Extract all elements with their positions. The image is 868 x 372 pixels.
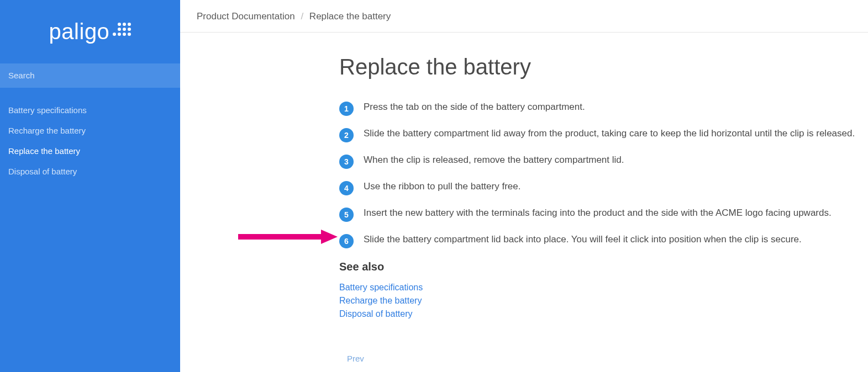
step-number-badge: 4 [339, 181, 354, 195]
step-text: Slide the battery compartment lid away f… [364, 128, 855, 139]
step-number-badge: 3 [339, 155, 354, 169]
sidebar-item-battery-specifications[interactable]: Battery specifications [0, 100, 180, 120]
step-text: Press the tab on the side of the battery… [364, 102, 585, 113]
step-item: 5Insert the new battery with the termina… [339, 208, 868, 222]
logo-area: paligo [0, 0, 180, 63]
step-item: 3When the clip is released, remove the b… [339, 155, 868, 169]
breadcrumb-current: Replace the battery [309, 11, 391, 22]
see-also-link[interactable]: Battery specifications [339, 281, 868, 294]
step-number-badge: 2 [339, 128, 354, 142]
see-also-links: Battery specifications Recharge the batt… [339, 281, 868, 321]
annotation-arrow-icon [238, 228, 338, 245]
search-input[interactable] [8, 71, 172, 80]
step-text: Slide the battery compartment lid back i… [364, 234, 802, 245]
sidebar-nav: Battery specifications Recharge the batt… [0, 88, 180, 182]
content: Replace the battery 1Press the tab on th… [339, 33, 868, 364]
step-item: 2Slide the battery compartment lid away … [339, 128, 868, 142]
sidebar: paligo Battery specifications Recharge t… [0, 0, 180, 372]
step-text: Use the ribbon to pull the battery free. [364, 181, 520, 192]
breadcrumb-separator: / [301, 11, 303, 22]
search-box [0, 63, 180, 88]
brand-dots-icon [113, 23, 131, 36]
brand-name: paligo [49, 19, 110, 44]
sidebar-item-replace-the-battery[interactable]: Replace the battery [0, 141, 180, 161]
step-text: Insert the new battery with the terminal… [364, 208, 832, 219]
step-number-badge: 6 [339, 234, 354, 248]
breadcrumb-parent[interactable]: Product Documentation [197, 11, 295, 22]
step-item: 1Press the tab on the side of the batter… [339, 102, 868, 116]
steps-list: 1Press the tab on the side of the batter… [339, 102, 868, 248]
sidebar-item-disposal-of-battery[interactable]: Disposal of battery [0, 161, 180, 182]
step-number-badge: 1 [339, 102, 354, 116]
sidebar-item-recharge-the-battery[interactable]: Recharge the battery [0, 120, 180, 141]
page-title: Replace the battery [339, 55, 868, 79]
step-item: 4Use the ribbon to pull the battery free… [339, 181, 868, 195]
step-number-badge: 5 [339, 208, 354, 222]
see-also-link[interactable]: Disposal of battery [339, 307, 868, 321]
svg-marker-1 [321, 230, 338, 244]
main: Product Documentation / Replace the batt… [180, 0, 868, 372]
content-wrap: Replace the battery 1Press the tab on th… [180, 33, 868, 372]
see-also-link[interactable]: Recharge the battery [339, 294, 868, 307]
see-also-heading: See also [339, 261, 868, 273]
brand-logo: paligo [49, 19, 131, 44]
step-text: When the clip is released, remove the ba… [364, 155, 624, 166]
step-item: 6Slide the battery compartment lid back … [339, 234, 868, 248]
breadcrumb: Product Documentation / Replace the batt… [180, 0, 868, 33]
prev-link[interactable]: Prev [347, 354, 364, 363]
